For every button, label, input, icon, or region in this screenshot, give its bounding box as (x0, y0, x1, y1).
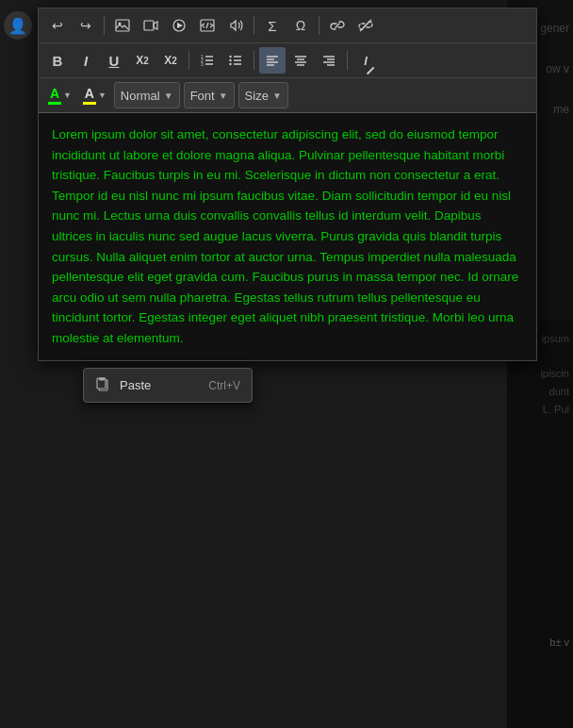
right-text-4: ipsum (542, 330, 569, 348)
bg-color-underline (83, 102, 96, 105)
unlink-button[interactable] (352, 12, 379, 39)
paste-shortcut: Ctrl+V (208, 379, 240, 392)
font-color-button[interactable]: A ▼ (44, 84, 75, 107)
svg-marker-4 (177, 23, 183, 28)
superscript-button[interactable]: X2 (157, 47, 184, 74)
unordered-list-button[interactable] (222, 47, 249, 74)
style-dropdown-value: Normal (121, 89, 160, 103)
align-center-button[interactable] (287, 47, 314, 74)
svg-point-17 (229, 56, 231, 58)
svg-rect-0 (116, 20, 129, 31)
sep1 (104, 16, 105, 35)
paste-label: Paste (120, 378, 199, 392)
svg-rect-2 (144, 21, 154, 30)
right-text-5: ipiscin (540, 365, 569, 383)
svg-point-19 (229, 63, 231, 65)
paste-menu-item[interactable]: Paste Ctrl+V (84, 369, 252, 402)
sep2 (254, 16, 254, 35)
sep5 (254, 51, 254, 70)
user-avatar: 👤 (4, 11, 32, 40)
bg-color-button[interactable]: A ▼ (79, 84, 110, 107)
font-color-icon: A (50, 86, 59, 101)
media-button[interactable] (166, 12, 192, 39)
font-dropdown[interactable]: Font ▼ (184, 82, 235, 108)
audio-button[interactable] (222, 12, 249, 39)
align-left-button[interactable] (259, 47, 286, 74)
svg-line-7 (360, 20, 371, 31)
editor-content[interactable]: Lorem ipsum dolor sit amet, consectetur … (39, 113, 536, 360)
right-text-6: dunt (549, 383, 569, 401)
size-dropdown-value: Size (245, 89, 269, 103)
editor-container: ↩ ↪ (38, 8, 537, 361)
svg-text:3: 3 (201, 61, 204, 67)
right-text-2: ow v (546, 59, 569, 80)
right-panel-bottom: ipsum ipiscin dunt L. Pul (507, 321, 573, 728)
size-dropdown[interactable]: Size ▼ (238, 82, 288, 108)
subscript-button[interactable]: X2 (129, 47, 156, 74)
toolbar-row3: A ▼ A ▼ Normal ▼ Font ▼ Size ▼ (39, 78, 536, 113)
underline-button[interactable]: U (101, 47, 127, 74)
bold-button[interactable]: B (44, 47, 71, 74)
redo-button[interactable]: ↪ (73, 12, 99, 39)
formula-button[interactable]: Σ (259, 12, 286, 39)
sep6 (347, 51, 348, 70)
clear-format-button[interactable]: I (352, 47, 379, 74)
italic-button[interactable]: I (73, 47, 99, 74)
right-text-3: me (553, 100, 569, 121)
video-button[interactable] (138, 12, 164, 39)
sep4 (188, 51, 189, 70)
style-dropdown[interactable]: Normal ▼ (114, 82, 180, 108)
bottom-label: b± v (549, 637, 569, 648)
image-button[interactable] (109, 12, 136, 39)
font-dropdown-value: Font (190, 89, 215, 103)
special-chars-button[interactable]: Ω (287, 12, 314, 39)
font-color-arrow-icon: ▼ (63, 91, 72, 100)
paste-icon (95, 376, 110, 394)
style-dropdown-arrow-icon: ▼ (164, 91, 173, 101)
bg-color-icon: A (85, 86, 94, 101)
svg-line-6 (206, 23, 208, 28)
size-dropdown-arrow-icon: ▼ (272, 91, 282, 101)
svg-point-18 (229, 59, 231, 61)
toolbar-row2: B I U X2 X2 1 2 3 (39, 43, 536, 78)
embed-button[interactable] (194, 12, 221, 39)
context-menu: Paste Ctrl+V (83, 368, 253, 403)
font-color-underline (48, 102, 61, 105)
undo-button[interactable]: ↩ (44, 12, 71, 39)
right-text-7: L. Pul (543, 401, 569, 419)
toolbar-row1: ↩ ↪ (39, 8, 536, 43)
font-dropdown-arrow-icon: ▼ (219, 91, 228, 101)
editor-text: Lorem ipsum dolor sit amet, consectetur … (52, 127, 518, 345)
ordered-list-button[interactable]: 1 2 3 (194, 47, 221, 74)
bg-color-arrow-icon: ▼ (98, 91, 106, 100)
sep3 (319, 16, 319, 35)
align-right-button[interactable] (316, 47, 342, 74)
link-button[interactable] (324, 12, 351, 39)
